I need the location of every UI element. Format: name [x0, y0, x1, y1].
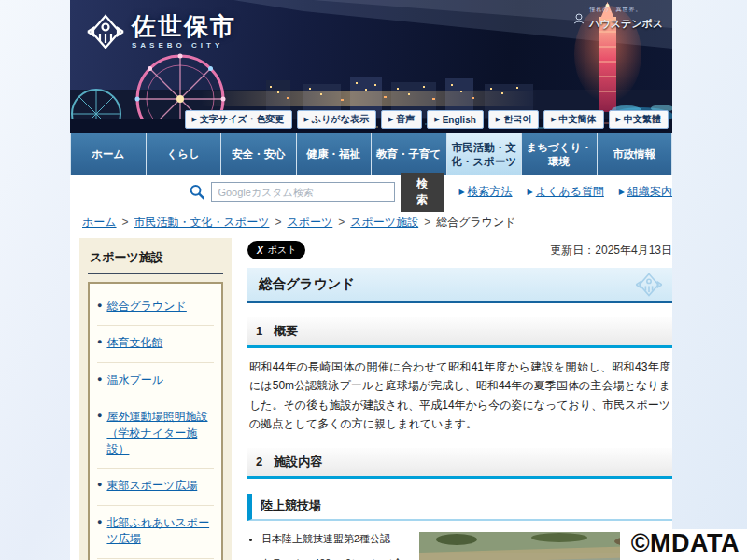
city-emblem-watermark-icon [635, 273, 663, 297]
arrow-marker-icon: ▶ [388, 116, 393, 123]
nav-tab-machizukuri[interactable]: まちづくり・環境 [522, 133, 598, 175]
updated-date: 更新日：2025年4月13日 [550, 243, 672, 259]
breadcrumb: ホーム > 市民活動・文化・スポーツ > スポーツ > スポーツ施設 > 総合グ… [70, 208, 672, 236]
nav-tab-kenko[interactable]: 健康・福祉 [297, 133, 373, 175]
nav-tab-shisei[interactable]: 市政情報 [598, 133, 673, 175]
section-heading-facilities: 2施設内容 [247, 448, 672, 479]
section-heading-overview: 1概要 [247, 317, 672, 348]
furigana-button[interactable]: ▶ふりがな表示 [297, 110, 376, 129]
arrow-marker-icon: ▶ [528, 188, 533, 196]
post-row: X ポスト 更新日：2025年4月13日 [247, 241, 672, 259]
breadcrumb-separator: > [275, 216, 281, 229]
huis-ten-bosch-crest-icon [572, 12, 585, 25]
utility-button-row: ▶文字サイズ・色変更 ▶ふりがな表示 ▶音声 ▶English ▶한국어 ▶中文… [185, 110, 669, 129]
search-icon [190, 183, 204, 201]
bullet-icon: ● [97, 515, 102, 548]
breadcrumb-sports[interactable]: スポーツ [287, 215, 332, 231]
nav-tab-shimin-katsudo[interactable]: 市民活動・文化・スポーツ [447, 133, 523, 175]
nav-tab-kyoiku[interactable]: 教育・子育て [372, 133, 447, 175]
bullet-icon: ● [97, 478, 102, 494]
arrow-marker-icon: ▶ [192, 116, 197, 123]
breadcrumb-separator: > [122, 216, 129, 229]
sidebar-item-okugai-shomei[interactable]: ●屋外運動場照明施設（学校ナイター施設） [97, 399, 214, 469]
chinese-traditional-button[interactable]: ▶中文繁體 [609, 110, 669, 129]
font-size-color-button[interactable]: ▶文字サイズ・色変更 [185, 110, 292, 129]
content-column: 佐世保市 SASEBO CITY 憧れの、異世界。 ハウステンボス ▶文字サイズ… [70, 0, 672, 560]
arrow-marker-icon: ▶ [458, 188, 464, 196]
korean-button[interactable]: ▶한국어 [488, 110, 539, 129]
main-content: X ポスト 更新日：2025年4月13日 総合グラウンド [247, 238, 672, 560]
huis-ten-bosch-label: 憧れの、異世界。 ハウステンボス [572, 6, 663, 31]
site-logo[interactable]: 佐世保市 SASEBO CITY [87, 13, 236, 50]
organization-link[interactable]: ▶組織案内 [619, 184, 672, 200]
chinese-simplified-button[interactable]: ▶中文簡体 [543, 110, 603, 129]
overview-text: 昭和44年の長崎国体の開催に合わせて昭和41年度から建設を開始し、昭和43年度に… [249, 357, 670, 434]
htb-name: ハウステンボス [589, 18, 663, 29]
facility-spec-list: 日本陸上競技連盟第2種公認 トラック：400m×9レーン（全天候型舗装、写真判定… [247, 532, 412, 560]
search-input[interactable] [211, 182, 395, 202]
bullet-icon: ● [97, 299, 102, 315]
bullet-icon: ● [97, 409, 102, 457]
sidebar-item-hokubu-fureai[interactable]: ●北部ふれあいスポーツ広場 [97, 506, 214, 559]
arrow-marker-icon: ▶ [619, 188, 625, 196]
sidebar-item-tobu-sports[interactable]: ●東部スポーツ広場 [97, 469, 214, 505]
mdata-watermark: ©MDATA [620, 529, 747, 560]
bullet-icon: ● [97, 335, 102, 351]
nav-tab-anzen[interactable]: 安全・安心 [221, 133, 297, 175]
site-title: 佐世保市 [132, 14, 236, 38]
x-logo-icon: X [257, 245, 263, 256]
subsection-heading-track: 陸上競技場 [247, 494, 672, 521]
arrow-marker-icon: ▶ [434, 116, 439, 123]
htb-tagline: 憧れの、異世界。 [589, 6, 663, 14]
breadcrumb-separator: > [424, 216, 430, 229]
english-button[interactable]: ▶English [427, 110, 484, 129]
arrow-marker-icon: ▶ [616, 116, 621, 123]
search-button[interactable]: 検索 [401, 173, 444, 212]
sidebar-menu: ●総合グラウンド ●体育文化館 ●温水プール ●屋外運動場照明施設（学校ナイター… [88, 282, 223, 560]
sidebar-item-sogo-ground[interactable]: ●総合グラウンド [97, 289, 214, 326]
breadcrumb-separator: > [338, 216, 345, 229]
bullet-icon: ● [97, 372, 102, 388]
arrow-marker-icon: ▶ [551, 116, 556, 123]
audio-button[interactable]: ▶音声 [381, 110, 422, 129]
sidebar-item-onsui-pool[interactable]: ●温水プール [97, 363, 214, 399]
arrow-marker-icon: ▶ [304, 116, 309, 123]
page-title: 総合グラウンド [247, 268, 672, 303]
spec-track: トラック：400m×9レーン（全天候型舗装、写真判定装置有） [261, 556, 412, 560]
sidebar: スポーツ施設 ●総合グラウンド ●体育文化館 ●温水プール ●屋外運動場照明施設… [79, 238, 232, 560]
site-title-en: SASEBO CITY [132, 41, 236, 49]
header-banner: 佐世保市 SASEBO CITY 憧れの、異世界。 ハウステンボス ▶文字サイズ… [70, 0, 672, 133]
search-bar: 検索 ▶検索方法 ▶よくある質問 ▶組織案内 [70, 175, 672, 208]
sidebar-title[interactable]: スポーツ施設 [88, 246, 223, 274]
facility-detail-row: 日本陸上競技連盟第2種公認 トラック：400m×9レーン（全天候型舗装、写真判定… [247, 532, 672, 560]
spec-certification: 日本陸上競技連盟第2種公認 [261, 532, 412, 547]
search-helper-links: ▶検索方法 ▶よくある質問 ▶組織案内 [458, 184, 672, 200]
breadcrumb-shimin[interactable]: 市民活動・文化・スポーツ [134, 215, 270, 231]
main-navigation: ホーム くらし 安全・安心 健康・福祉 教育・子育て 市民活動・文化・スポーツ … [70, 133, 672, 175]
arrow-marker-icon: ▶ [496, 116, 500, 123]
nav-tab-kurashi[interactable]: くらし [147, 133, 222, 175]
breadcrumb-home[interactable]: ホーム [82, 215, 117, 231]
city-emblem-icon [87, 13, 124, 50]
sidebar-item-taiiku-bunkakan[interactable]: ●体育文化館 [97, 326, 214, 362]
search-method-link[interactable]: ▶検索方法 [458, 184, 512, 200]
breadcrumb-sports-facility[interactable]: スポーツ施設 [350, 215, 418, 231]
nav-tab-home[interactable]: ホーム [70, 133, 147, 175]
x-post-button[interactable]: X ポスト [247, 241, 305, 259]
faq-link[interactable]: ▶よくある質問 [528, 184, 604, 200]
page-body: スポーツ施設 ●総合グラウンド ●体育文化館 ●温水プール ●屋外運動場照明施設… [70, 236, 672, 560]
breadcrumb-current: 総合グラウンド [436, 215, 515, 231]
